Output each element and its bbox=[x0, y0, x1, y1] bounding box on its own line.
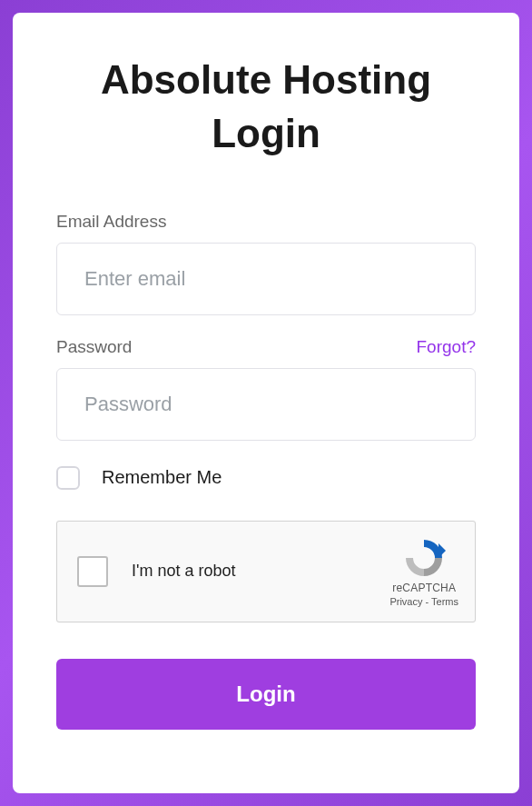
forgot-password-link[interactable]: Forgot? bbox=[417, 337, 476, 357]
recaptcha-icon bbox=[402, 536, 446, 580]
recaptcha-privacy-link[interactable]: Privacy bbox=[389, 596, 422, 607]
recaptcha-branding: reCAPTCHA Privacy - Terms bbox=[389, 536, 458, 607]
password-label-row: Password Forgot? bbox=[56, 337, 476, 357]
remember-label[interactable]: Remember Me bbox=[102, 467, 222, 488]
login-button[interactable]: Login bbox=[56, 659, 476, 730]
recaptcha-text: I'm not a robot bbox=[132, 562, 236, 581]
recaptcha-links: Privacy - Terms bbox=[389, 596, 458, 607]
page-title: Absolute Hosting Login bbox=[56, 53, 476, 161]
recaptcha-separator: - bbox=[422, 596, 431, 607]
password-group: Password Forgot? bbox=[56, 337, 476, 441]
email-group: Email Address bbox=[56, 212, 476, 315]
recaptcha-checkbox[interactable] bbox=[77, 556, 108, 587]
recaptcha-terms-link[interactable]: Terms bbox=[431, 596, 458, 607]
email-label-row: Email Address bbox=[56, 212, 476, 232]
remember-checkbox[interactable] bbox=[56, 466, 80, 490]
recaptcha-brand: reCAPTCHA bbox=[392, 582, 456, 594]
email-label: Email Address bbox=[56, 212, 166, 232]
svg-marker-0 bbox=[438, 543, 446, 558]
recaptcha-left: I'm not a robot bbox=[77, 556, 236, 587]
password-field[interactable] bbox=[56, 368, 476, 441]
password-label: Password bbox=[56, 337, 132, 357]
remember-row: Remember Me bbox=[56, 466, 476, 490]
email-field[interactable] bbox=[56, 243, 476, 315]
login-card: Absolute Hosting Login Email Address Pas… bbox=[13, 13, 519, 793]
recaptcha-widget: I'm not a robot reCAPTCHA Privacy - Term… bbox=[56, 521, 476, 622]
